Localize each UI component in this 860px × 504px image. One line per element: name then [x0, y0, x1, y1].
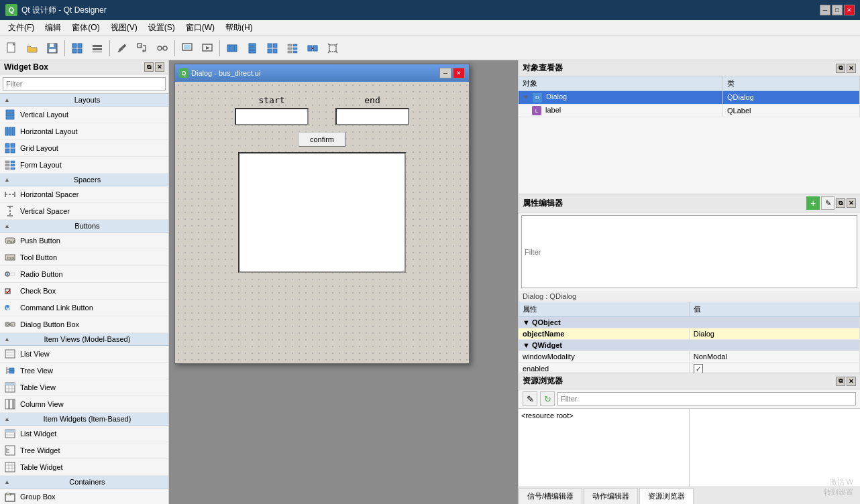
- object-inspector-close-button[interactable]: ✕: [847, 64, 856, 73]
- close-button[interactable]: ✕: [844, 5, 855, 15]
- menu-window2[interactable]: 窗口(W): [180, 21, 220, 35]
- edit-property-button[interactable]: ✎: [821, 196, 835, 210]
- h-layout-button[interactable]: [223, 39, 241, 58]
- tab-action-editor[interactable]: 动作编辑器: [584, 488, 638, 504]
- minimize-button[interactable]: ─: [820, 5, 830, 15]
- tab-signal-slot[interactable]: 信号/槽编辑器: [519, 488, 582, 504]
- maximize-button[interactable]: □: [832, 5, 843, 15]
- category-spacers[interactable]: ▲ Spacers: [0, 174, 168, 186]
- obj-col-class: 类: [722, 76, 859, 91]
- widget-tree-view[interactable]: Tree View: [0, 363, 168, 379]
- widget-push-button[interactable]: Push Push Button: [0, 233, 168, 249]
- widget-box-close-button[interactable]: ✕: [155, 62, 164, 72]
- obj-row-label[interactable]: L label QLabel: [519, 104, 860, 117]
- reload-resource-button[interactable]: ↻: [540, 391, 555, 406]
- resource-browser-float-button[interactable]: ⧉: [836, 377, 845, 386]
- svg-rect-5: [78, 44, 82, 48]
- widget-radio-button[interactable]: Radio Button: [0, 266, 168, 283]
- svg-rect-47: [5, 143, 9, 147]
- widget-v-spacer[interactable]: Vertical Spacer: [0, 203, 168, 220]
- property-context: Dialog : QDialog: [519, 291, 860, 302]
- widget-list-widget[interactable]: List Widget: [0, 426, 168, 442]
- add-property-button[interactable]: +: [806, 196, 820, 210]
- resource-browser-title: 资源浏览器: [523, 375, 563, 387]
- menu-bar: 文件(F) 编辑 窗体(O) 视图(V) 设置(S) 窗口(W) 帮助(H): [0, 20, 860, 36]
- start-input[interactable]: [235, 108, 309, 125]
- menu-file[interactable]: 文件(F): [3, 21, 40, 35]
- form-button[interactable]: [178, 39, 197, 58]
- widget-horizontal-layout[interactable]: Horizontal Layout: [0, 123, 168, 140]
- menu-window[interactable]: 窗体(O): [66, 21, 105, 35]
- end-input[interactable]: [335, 108, 409, 125]
- list-widget-icon: [4, 428, 16, 440]
- widget-command-link-button[interactable]: Command Link Button: [0, 300, 168, 316]
- property-filter-input[interactable]: [521, 215, 857, 288]
- menu-settings[interactable]: 设置(S): [143, 21, 180, 35]
- form-layout-button[interactable]: [283, 39, 302, 58]
- menu-edit[interactable]: 编辑: [40, 21, 66, 35]
- property-editor-close-button[interactable]: ✕: [847, 198, 856, 208]
- widget-editor-button[interactable]: [68, 39, 87, 58]
- widget-tool-button[interactable]: Tool Tool Button: [0, 249, 168, 266]
- dialog-close-button[interactable]: ✕: [453, 68, 465, 78]
- prop-row-enabled[interactable]: enabled: [519, 363, 860, 373]
- adjust-size-button[interactable]: [323, 39, 342, 58]
- open-button[interactable]: [23, 39, 42, 58]
- enabled-checkbox[interactable]: [694, 364, 703, 373]
- widget-tree-view-label: Tree View: [20, 367, 53, 375]
- layout-button[interactable]: [88, 39, 107, 58]
- new-button[interactable]: [3, 39, 21, 58]
- widget-dialog-button-box[interactable]: OK× Dialog Button Box: [0, 316, 168, 333]
- obj-row-dialog[interactable]: ▼ D Dialog QDialog: [519, 91, 860, 105]
- save-button[interactable]: [43, 39, 62, 58]
- edit-mode-button[interactable]: [113, 39, 131, 58]
- widget-h-spacer[interactable]: Horizontal Spacer: [0, 186, 168, 203]
- widget-box-float-button[interactable]: ⧉: [144, 62, 154, 72]
- widget-grid-layout[interactable]: Grid Layout: [0, 140, 168, 157]
- category-containers[interactable]: ▲ Containers: [0, 476, 168, 489]
- widget-table-widget[interactable]: Table Widget: [0, 459, 168, 476]
- dialog-title: Q Dialog - bus_direct.ui: [179, 68, 260, 78]
- widget-dialog-button-box-label: Dialog Button Box: [20, 320, 79, 328]
- object-inspector-title: 对象查看器: [523, 62, 563, 74]
- svg-rect-83: [9, 371, 14, 373]
- svg-rect-23: [234, 45, 237, 52]
- break-layout-button[interactable]: [303, 39, 322, 58]
- dialog-minimize-button[interactable]: ─: [439, 68, 451, 78]
- dialog-window: Q Dialog - bus_direct.ui ─ ✕ start end: [174, 64, 470, 364]
- prop-row-windowmodality[interactable]: windowModality NonModal: [519, 351, 860, 363]
- widget-vertical-layout[interactable]: Vertical Layout: [0, 107, 168, 123]
- category-layouts[interactable]: ▲ Layouts: [0, 94, 168, 107]
- tab-resource-browser[interactable]: 资源浏览器: [639, 488, 694, 504]
- confirm-button[interactable]: confirm: [299, 132, 345, 147]
- widget-column-view[interactable]: Column View: [0, 396, 168, 413]
- signals-button[interactable]: [153, 39, 172, 58]
- svg-rect-9: [93, 48, 102, 50]
- grid-layout-button[interactable]: [263, 39, 282, 58]
- category-item-views[interactable]: ▲ Item Views (Model-Based): [0, 333, 168, 346]
- prop-row-objectname[interactable]: objectName Dialog: [519, 328, 860, 340]
- menu-help[interactable]: 帮助(H): [220, 21, 258, 35]
- resource-browser-close-button[interactable]: ✕: [847, 377, 856, 386]
- resource-filter-input[interactable]: [557, 392, 856, 405]
- edit-resource-button[interactable]: ✎: [523, 391, 537, 406]
- property-editor-float-button[interactable]: ⧉: [836, 198, 845, 208]
- widget-filter-input[interactable]: [3, 77, 166, 90]
- widget-group-box[interactable]: Grp Group Box: [0, 489, 168, 504]
- widget-tree-widget[interactable]: Tree Widget: [0, 442, 168, 459]
- object-inspector-float-button[interactable]: ⧉: [836, 64, 845, 73]
- widget-check-box[interactable]: Check Box: [0, 283, 168, 300]
- category-item-widgets[interactable]: ▲ Item Widgets (Item-Based): [0, 413, 168, 426]
- dialog-body[interactable]: start end confirm: [175, 82, 469, 363]
- widget-table-view[interactable]: Table View: [0, 379, 168, 396]
- obj-col-object: 对象: [519, 76, 722, 91]
- widget-list-view[interactable]: List View: [0, 346, 168, 363]
- preview-button[interactable]: [198, 39, 217, 58]
- table-widget-icon: [4, 461, 16, 473]
- v-layout-button[interactable]: [243, 39, 262, 58]
- menu-view[interactable]: 视图(V): [105, 21, 143, 35]
- widget-form-layout[interactable]: Form Layout: [0, 157, 168, 174]
- svg-text:Push: Push: [7, 239, 15, 243]
- tab-order-button[interactable]: 1: [133, 39, 152, 58]
- category-buttons[interactable]: ▲ Buttons: [0, 220, 168, 233]
